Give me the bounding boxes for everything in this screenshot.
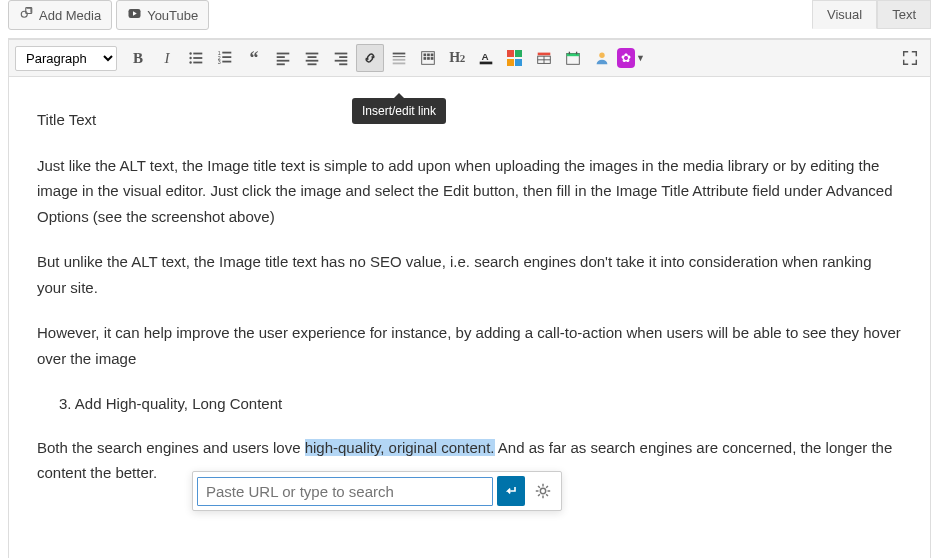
align-left-button[interactable]	[269, 44, 297, 72]
chevron-down-icon: ▼	[636, 53, 645, 63]
link-tooltip: Insert/edit link	[352, 98, 446, 124]
format-select[interactable]: Paragraph	[15, 46, 117, 71]
svg-point-7	[189, 61, 191, 63]
svg-rect-26	[339, 63, 347, 65]
paragraph-1: Just like the ALT text, the Image title …	[37, 153, 902, 230]
add-media-label: Add Media	[39, 8, 101, 23]
link-settings-button[interactable]	[529, 476, 557, 506]
svg-point-0	[21, 11, 27, 17]
svg-rect-35	[424, 57, 427, 60]
svg-rect-32	[424, 54, 427, 57]
insert-table-button[interactable]	[530, 44, 558, 72]
blockquote-button[interactable]: “	[240, 44, 268, 72]
bullet-list-button[interactable]	[182, 44, 210, 72]
svg-rect-10	[222, 52, 231, 54]
enter-icon	[503, 483, 519, 499]
more-button[interactable]	[385, 44, 413, 72]
svg-rect-37	[431, 57, 434, 60]
calendar-button[interactable]	[559, 44, 587, 72]
ordered-list-item: 3. Add High-quality, Long Content	[59, 391, 902, 417]
add-media-button[interactable]: Add Media	[8, 0, 112, 30]
svg-rect-36	[427, 57, 430, 60]
media-icon	[19, 6, 34, 24]
svg-rect-34	[431, 54, 434, 57]
svg-rect-29	[393, 59, 406, 61]
svg-rect-4	[193, 53, 202, 55]
svg-rect-21	[306, 60, 319, 62]
svg-rect-27	[393, 53, 406, 55]
fullscreen-button[interactable]	[896, 44, 924, 72]
colored-grid-button[interactable]	[501, 44, 529, 72]
youtube-button[interactable]: YouTube	[116, 0, 209, 30]
plugin-button[interactable]: ✿ ▼	[617, 44, 645, 72]
svg-point-49	[540, 488, 545, 493]
svg-point-3	[189, 52, 191, 54]
svg-rect-18	[277, 63, 285, 65]
svg-point-48	[599, 53, 604, 58]
svg-rect-28	[393, 56, 406, 57]
link-apply-button[interactable]	[497, 476, 525, 506]
svg-rect-39	[480, 62, 493, 65]
svg-rect-14	[222, 61, 231, 63]
link-button[interactable]	[356, 44, 384, 72]
paragraph-3: However, it can help improve the user ex…	[37, 320, 902, 371]
selected-text: high-quality, original content.	[305, 439, 495, 456]
svg-rect-16	[277, 56, 285, 58]
svg-rect-25	[335, 60, 348, 62]
svg-rect-8	[193, 62, 202, 64]
gear-badge-icon: ✿	[617, 48, 635, 68]
gear-icon	[534, 482, 552, 500]
youtube-label: YouTube	[147, 8, 198, 23]
svg-rect-20	[308, 56, 317, 58]
svg-rect-23	[335, 53, 348, 55]
link-url-input[interactable]	[197, 477, 493, 506]
italic-button[interactable]: I	[153, 44, 181, 72]
link-popup	[192, 471, 562, 511]
svg-rect-45	[567, 54, 580, 57]
svg-rect-15	[277, 53, 290, 55]
numbered-list-button[interactable]: 123	[211, 44, 239, 72]
user-button[interactable]	[588, 44, 616, 72]
youtube-icon	[127, 6, 142, 24]
heading2-button[interactable]: H2	[443, 44, 471, 72]
bold-button[interactable]: B	[124, 44, 152, 72]
grid-icon	[507, 50, 523, 66]
svg-rect-24	[339, 56, 347, 58]
align-right-button[interactable]	[327, 44, 355, 72]
align-center-button[interactable]	[298, 44, 326, 72]
svg-rect-19	[306, 53, 319, 55]
svg-rect-17	[277, 60, 290, 62]
toolbar-toggle-button[interactable]	[414, 44, 442, 72]
svg-text:A: A	[482, 51, 489, 62]
text-color-button[interactable]: A	[472, 44, 500, 72]
paragraph-2: But unlike the ALT text, the Image title…	[37, 249, 902, 300]
svg-rect-33	[427, 54, 430, 57]
title-text: Title Text	[37, 107, 902, 133]
svg-point-5	[189, 57, 191, 59]
svg-text:3: 3	[218, 59, 221, 65]
svg-rect-6	[193, 57, 202, 59]
svg-rect-30	[393, 63, 406, 65]
tab-text[interactable]: Text	[877, 0, 931, 29]
svg-rect-12	[222, 56, 231, 58]
svg-rect-22	[308, 63, 317, 65]
tab-visual[interactable]: Visual	[812, 0, 877, 29]
editor-toolbar: Paragraph B I 123 “ H2 A ✿ ▼	[9, 39, 930, 77]
svg-rect-40	[538, 53, 551, 56]
